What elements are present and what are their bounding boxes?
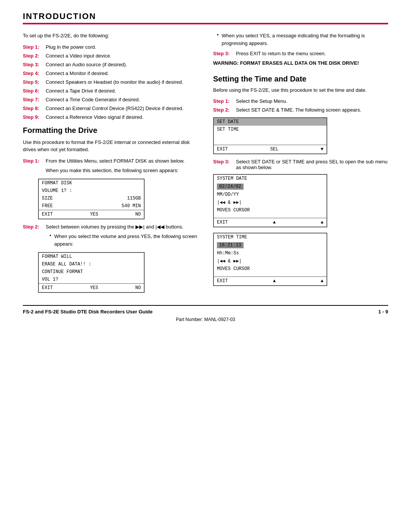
right-step-3-label: Step 3:: [213, 51, 236, 56]
step-1-text: Plug in the power cord.: [46, 44, 198, 50]
system-time-value: 16:21:13: [217, 242, 244, 248]
date-screen-footer: EXIT ▲ ▲: [214, 218, 327, 227]
right-step-3-text: Press EXIT to return to the menu screen.: [236, 51, 388, 56]
format-step-1-row: Step 1: From the Utilities Menu, select …: [23, 158, 198, 164]
step-3-row: Step 3: Connect an Audio source (if desi…: [23, 62, 198, 67]
step-9-row: Step 9: Connect a Reference Video signal…: [23, 114, 198, 120]
dt-step-2-row: Step 2: Select SET DATE & TIME. The foll…: [213, 107, 388, 113]
dt-step-1-row: Step 1: Select the Setup Menu.: [213, 98, 388, 104]
right-column: When you select YES, a message indicatin…: [213, 32, 388, 297]
system-date-format-row: MM/DD/YY: [214, 191, 327, 198]
screen-row-vol: VOL 1?: [39, 276, 144, 283]
screen-row-erase: ERASE ALL DATA!! :: [39, 260, 144, 268]
screen-row-format-will: FORMAT WILL: [39, 253, 144, 260]
step-2-row: Step 2: Connect a Video input device.: [23, 53, 198, 59]
date-screen-spacer: [214, 214, 327, 218]
screen-row-volume: VOLUME 1? :: [39, 187, 144, 195]
dt-step-1-text: Select the Setup Menu.: [236, 98, 388, 104]
screen-footer-1: EXIT YES NO: [39, 210, 144, 219]
left-column: To set up the FS-2/2E, do the following:…: [23, 32, 198, 297]
system-date-value-row: 02/24/02: [214, 182, 327, 191]
step-1-label: Step 1:: [23, 44, 46, 50]
page-footer: FS-2 and FS-2E Studio DTE Disk Recorders…: [23, 305, 388, 315]
step-2-label: Step 2:: [23, 53, 46, 59]
set-date-time-menu-screen: SET DATE SET TIME EXIT SEL ▼: [213, 117, 327, 154]
date-time-intro: Before using the FS-2/2E, use this proce…: [213, 86, 388, 94]
step-5-text: Connect Speakers or Headset (to monitor …: [46, 79, 198, 85]
system-date-label-row: SYSTEM DATE: [214, 175, 327, 182]
step-8-label: Step 8:: [23, 105, 46, 111]
main-content: To set up the FS-2/2E, do the following:…: [23, 32, 388, 297]
step-5-label: Step 5:: [23, 79, 46, 85]
format-will-screen: FORMAT WILL ERASE ALL DATA!! : CONTINUE …: [38, 252, 145, 293]
right-step-3-row: Step 3: Press EXIT to return to the menu…: [213, 51, 388, 56]
step-7-text: Connect a Time Code Generator if desired…: [46, 97, 198, 102]
system-date-value: 02/24/02: [217, 184, 244, 190]
screen-spacer-1: [214, 133, 327, 145]
system-date-moves-row: MOVES CURSOR: [214, 206, 327, 214]
format-bullet-1: When you select the volume and press YES…: [46, 233, 198, 248]
dt-step-3-row: Step 3: Select SET DATE or SET TIME and …: [213, 159, 388, 170]
section-title: Introduction: [23, 11, 388, 23]
set-time-row: SET TIME: [214, 126, 327, 133]
format-section-title: Formatting the Drive: [23, 126, 198, 135]
dt-step-3-label: Step 3:: [213, 159, 236, 165]
format-step-2-label: Step 2:: [23, 224, 46, 230]
format-step-2-row: Step 2: Select between volumes by pressi…: [23, 224, 198, 230]
step-8-row: Step 8: Connect an External Control Devi…: [23, 105, 198, 111]
system-time-label-row: SYSTEM TIME: [214, 233, 327, 241]
step-4-row: Step 4: Connect a Monitor if desired.: [23, 70, 198, 76]
system-date-nav-row: |◀◀ & ▶▶|: [214, 198, 327, 206]
step-9-label: Step 9:: [23, 114, 46, 120]
format-step-2-text: Select between volumes by pressing the ▶…: [46, 224, 198, 230]
right-bullet-1: When you select YES, a message indicatin…: [213, 32, 388, 47]
step-6-label: Step 6:: [23, 88, 46, 94]
page-number: 1 - 9: [378, 309, 388, 315]
dt-step-1-label: Step 1:: [213, 98, 236, 104]
screen-row-format-disk: FORMAT DISK: [39, 179, 144, 187]
step-8-text: Connect an External Control Device (RS42…: [46, 105, 198, 111]
page: Introduction To set up the FS-2/2E, do t…: [0, 0, 411, 532]
step-9-text: Connect a Reference Video signal if desi…: [46, 114, 198, 120]
system-time-nav-row: |◀◀ & ▶▶|: [214, 257, 327, 265]
footer-title: FS-2 and FS-2E Studio DTE Disk Recorders…: [23, 309, 153, 315]
format-disk-screen: FORMAT DISK VOLUME 1? : SIZE 115GB FREE …: [38, 179, 145, 219]
time-screen-footer: EXIT ▲ ▲: [214, 276, 327, 285]
step-4-text: Connect a Monitor if desired.: [46, 70, 198, 76]
step-6-text: Connect a Tape Drive if desired.: [46, 88, 198, 94]
dt-step-2-label: Step 2:: [213, 107, 236, 113]
dt-step-2-text: Select SET DATE & TIME. The following sc…: [236, 107, 388, 113]
screen-row-continue: CONTINUE FORMAT: [39, 268, 144, 276]
step-5-row: Step 5: Connect Speakers or Headset (to …: [23, 79, 198, 85]
screen-row-size: SIZE 115GB: [39, 195, 144, 202]
system-time-value-row: 16:21:13: [214, 241, 327, 249]
format-intro: Use this procedure to format the FS-2/2E…: [23, 139, 198, 153]
intro-paragraph: To set up the FS-2/2E, do the following:: [23, 32, 198, 40]
step-7-row: Step 7: Connect a Time Code Generator if…: [23, 97, 198, 102]
warning-text: WARNING: FORMAT ERASES ALL DATA ON THE D…: [213, 59, 388, 67]
menu-screen-footer: EXIT SEL ▼: [214, 145, 327, 153]
date-time-title: Setting the Time and Date: [213, 75, 388, 83]
section-header: Introduction: [23, 11, 388, 24]
step-6-row: Step 6: Connect a Tape Drive if desired.: [23, 88, 198, 94]
part-number: Part Number: MANL-0927-03: [23, 317, 388, 322]
system-time-moves-row: MOVES CURSOR: [214, 265, 327, 273]
screen-row-free: FREE 540 MIN: [39, 202, 144, 210]
step-3-text: Connect an Audio source (if desired).: [46, 62, 198, 67]
system-time-format-row: Hh:Mm:Ss: [214, 249, 327, 257]
set-date-row: SET DATE: [214, 118, 327, 126]
step-4-label: Step 4:: [23, 70, 46, 76]
format-step-1-label: Step 1:: [23, 158, 46, 164]
step-7-label: Step 7:: [23, 97, 46, 102]
dt-step-3-text: Select SET DATE or SET TIME and press SE…: [236, 159, 388, 170]
step-2-text: Connect a Video input device.: [46, 53, 198, 59]
format-step-1-text: From the Utilities Menu, select FORMAT D…: [46, 158, 198, 164]
format-step1-sub: When you make this selection, the follow…: [46, 167, 198, 174]
screen-footer-2: EXIT YES NO: [39, 283, 144, 292]
step-1-row: Step 1: Plug in the power cord.: [23, 44, 198, 50]
step-3-label: Step 3:: [23, 62, 46, 67]
time-screen-spacer: [214, 273, 327, 276]
system-time-screen: SYSTEM TIME 16:21:13 Hh:Mm:Ss |◀◀ & ▶▶| …: [213, 233, 327, 286]
system-date-screen: SYSTEM DATE 02/24/02 MM/DD/YY |◀◀ & ▶▶| …: [213, 174, 327, 227]
